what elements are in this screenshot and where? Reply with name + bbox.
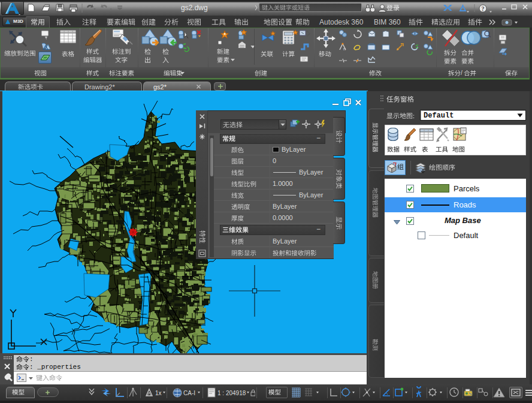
svg-text:n: n bbox=[343, 47, 346, 51]
svg-text:1 : 204918: 1 : 204918 bbox=[217, 390, 246, 396]
svg-text:?: ? bbox=[482, 5, 485, 12]
svg-text:CA-I: CA-I bbox=[183, 390, 195, 396]
svg-text:1x: 1x bbox=[155, 390, 162, 396]
